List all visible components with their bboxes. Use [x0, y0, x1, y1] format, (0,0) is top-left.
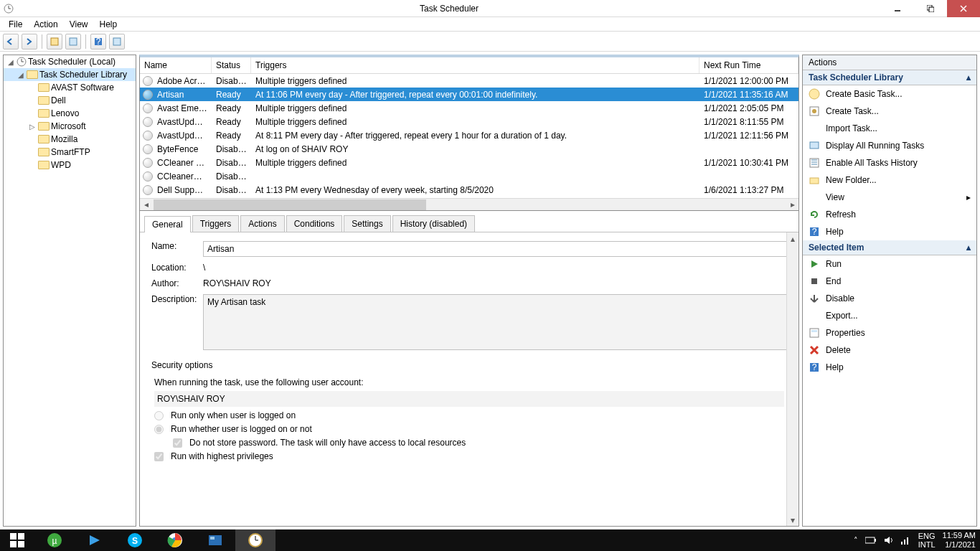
task-row[interactable]: AvastUpdate...ReadyMultiple triggers def…: [140, 115, 798, 128]
action-help[interactable]: ?Help: [803, 359, 976, 376]
task-row[interactable]: ByteFenceDisabledAt log on of SHAIV ROY: [140, 142, 798, 156]
tree-folder-lenovo[interactable]: Lenovo: [4, 107, 136, 120]
action-export[interactable]: Export...: [803, 307, 976, 324]
tree-folder-avast-software[interactable]: AVAST Software: [4, 81, 136, 94]
volume-icon[interactable]: [884, 536, 894, 545]
task-row[interactable]: Avast Emerg...ReadyMultiple triggers def…: [140, 101, 798, 115]
tab-conditions[interactable]: Conditions: [286, 215, 343, 232]
start-button[interactable]: [0, 529, 34, 551]
action-create-basic-task[interactable]: Create Basic Task...: [803, 85, 976, 103]
maximize-button[interactable]: [914, 0, 947, 17]
toolbar-btn-1[interactable]: [47, 34, 62, 50]
scroll-left-icon[interactable]: ◂: [140, 199, 152, 211]
task-row[interactable]: CCleanerSki...Disabled: [140, 169, 798, 183]
back-button[interactable]: [3, 34, 19, 50]
taskbar-app-utorrent[interactable]: µ: [34, 529, 75, 551]
action-properties[interactable]: Properties: [803, 324, 976, 342]
action-new-folder[interactable]: New Folder...: [803, 171, 976, 189]
collapse-icon[interactable]: ▴: [966, 242, 971, 253]
tab-general[interactable]: General: [144, 216, 191, 232]
header-next[interactable]: Next Run Time: [699, 57, 798, 73]
tree-folder-smartftp[interactable]: SmartFTP: [4, 146, 136, 159]
actions-section-library[interactable]: Task Scheduler Library ▴: [803, 70, 976, 85]
collapse-icon[interactable]: ▴: [966, 72, 971, 83]
scroll-down-icon[interactable]: ▾: [787, 514, 798, 526]
column-headers[interactable]: Name Status Triggers Next Run Time: [140, 57, 798, 74]
tree-library[interactable]: ◢ Task Scheduler Library: [4, 68, 136, 81]
action-disable[interactable]: Disable: [803, 290, 976, 307]
vertical-scrollbar[interactable]: ▴ ▾: [786, 232, 798, 526]
header-name[interactable]: Name: [140, 57, 212, 73]
battery-icon[interactable]: [865, 537, 877, 544]
scroll-thumb[interactable]: [154, 199, 426, 210]
task-status-icon: [143, 144, 153, 154]
tree-folder-mozilla[interactable]: Mozilla: [4, 133, 136, 146]
tab-history[interactable]: History (disabled): [392, 215, 475, 232]
system-tray[interactable]: ˄ ENGINTL 11:59 AM1/1/2021: [854, 531, 980, 550]
description-field[interactable]: [203, 294, 787, 350]
taskbar-app-control[interactable]: [195, 529, 235, 551]
taskbar-app-skype[interactable]: S: [115, 529, 155, 551]
name-field[interactable]: [203, 241, 787, 257]
tree-pane[interactable]: ◢ Task Scheduler (Local) ◢ Task Schedule…: [3, 55, 136, 527]
taskbar[interactable]: µ S ˄ ENGINTL 11:59 AM1/1/2021: [0, 529, 980, 551]
task-row[interactable]: Adobe Acro...DisabledMultiple triggers d…: [140, 74, 798, 88]
clock[interactable]: 11:59 AM1/1/2021: [943, 531, 976, 550]
action-view[interactable]: View▸: [803, 189, 976, 206]
task-status: Ready: [212, 131, 251, 141]
header-status[interactable]: Status: [212, 57, 251, 73]
expand-icon[interactable]: ▷: [28, 123, 37, 131]
menu-view[interactable]: View: [64, 18, 94, 31]
action-delete[interactable]: Delete: [803, 342, 976, 359]
task-next: 1/1/2021 10:30:41 PM: [699, 158, 798, 168]
menu-action[interactable]: Action: [28, 18, 63, 31]
actions-section-selected[interactable]: Selected Item ▴: [803, 240, 976, 255]
svg-point-18: [812, 109, 816, 113]
action-import-task[interactable]: Import Task...: [803, 120, 976, 137]
taskbar-app-taskscheduler[interactable]: [235, 529, 275, 551]
action-end[interactable]: End: [803, 273, 976, 290]
task-triggers: Multiple triggers defined: [251, 117, 699, 127]
toolbar-btn-2[interactable]: [65, 34, 81, 50]
close-button[interactable]: [947, 0, 980, 17]
end-icon: [809, 276, 820, 287]
scroll-up-icon[interactable]: ▴: [787, 232, 798, 245]
tab-actions[interactable]: Actions: [240, 215, 284, 232]
tray-chevron-icon[interactable]: ˄: [854, 536, 858, 545]
header-triggers[interactable]: Triggers: [251, 57, 699, 73]
task-row[interactable]: ArtisanReadyAt 11:06 PM every day - Afte…: [140, 88, 798, 101]
task-row[interactable]: Dell Support...DisabledAt 1:13 PM every …: [140, 183, 798, 197]
language-indicator[interactable]: ENGINTL: [918, 532, 936, 549]
task-name: AvastUpdate...: [153, 117, 212, 127]
network-icon[interactable]: [901, 536, 911, 545]
tree-folder-wpd[interactable]: WPD: [4, 159, 136, 171]
horizontal-scrollbar[interactable]: ◂ ▸: [140, 198, 798, 210]
collapse-icon[interactable]: ◢: [6, 58, 15, 66]
help-button[interactable]: ?: [90, 34, 106, 50]
menu-help[interactable]: Help: [94, 18, 123, 31]
taskbar-app-chrome[interactable]: [155, 529, 195, 551]
taskbar-app-vscode[interactable]: [75, 529, 115, 551]
tree-folder-microsoft[interactable]: ▷Microsoft: [4, 120, 136, 133]
forward-button[interactable]: [22, 34, 37, 50]
tab-triggers[interactable]: Triggers: [192, 215, 240, 232]
task-list[interactable]: Name Status Triggers Next Run Time Adobe…: [140, 57, 798, 211]
task-row[interactable]: CCleaner Up...DisabledMultiple triggers …: [140, 156, 798, 169]
action-help[interactable]: ?Help: [803, 223, 976, 240]
tree-folder-dell[interactable]: Dell: [4, 94, 136, 107]
task-status: Disabled: [212, 144, 251, 154]
action-refresh[interactable]: Refresh: [803, 206, 976, 223]
action-enable-all-tasks-history[interactable]: Enable All Tasks History: [803, 154, 976, 171]
task-row[interactable]: AvastUpdate...ReadyAt 8:11 PM every day …: [140, 128, 798, 142]
action-run[interactable]: Run: [803, 255, 976, 273]
collapse-icon[interactable]: ◢: [17, 71, 25, 79]
action-create-task[interactable]: Create Task...: [803, 103, 976, 120]
tree-root[interactable]: ◢ Task Scheduler (Local): [4, 55, 136, 68]
name-label: Name:: [151, 241, 203, 251]
menu-file[interactable]: File: [3, 18, 28, 31]
tab-settings[interactable]: Settings: [344, 215, 390, 232]
scroll-right-icon[interactable]: ▸: [786, 199, 798, 211]
toolbar-btn-3[interactable]: [109, 34, 125, 50]
minimize-button[interactable]: [881, 0, 914, 17]
action-display-all-running-tasks[interactable]: Display All Running Tasks: [803, 137, 976, 154]
